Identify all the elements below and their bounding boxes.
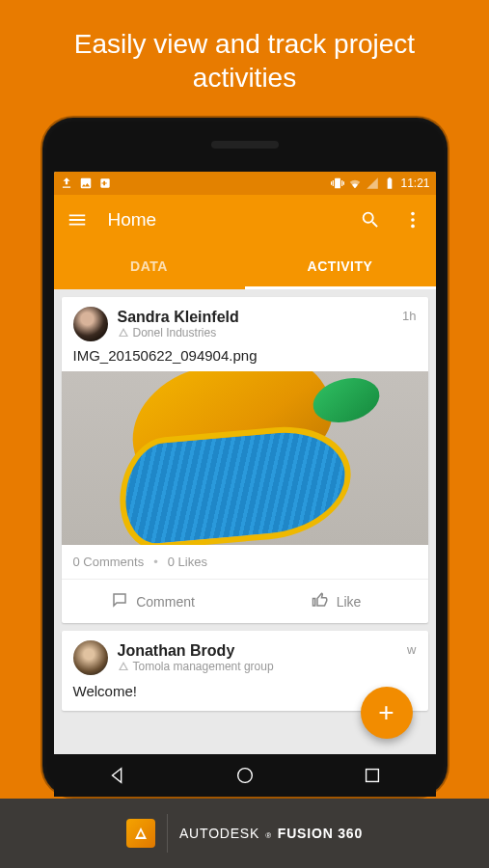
- device-frame: 11:21 Home DATA ACTIVITY: [42, 118, 448, 797]
- brand-text: AUTODESK® FUSION 360: [179, 826, 363, 841]
- brand-autodesk: AUTODESK: [179, 826, 259, 841]
- thumbs-up-icon: [312, 591, 329, 611]
- post-image[interactable]: [62, 371, 428, 545]
- svg-point-2: [411, 218, 415, 222]
- overflow-icon[interactable]: [401, 208, 424, 231]
- comment-button[interactable]: Comment: [62, 580, 245, 623]
- user-org: Tomola management group: [118, 660, 398, 673]
- app-notification-icon: [98, 176, 112, 190]
- activity-card[interactable]: Sandra Kleinfeld Donel Industries 1h IMG…: [62, 297, 428, 623]
- post-time: w: [407, 642, 416, 657]
- tab-bar: DATA ACTIVITY: [54, 245, 436, 289]
- like-button[interactable]: Like: [245, 580, 428, 623]
- comments-count: 0 Comments: [73, 555, 145, 569]
- user-org-label: Donel Industries: [133, 326, 217, 339]
- image-icon: [79, 176, 93, 190]
- post-meta: 0 Comments • 0 Likes: [62, 545, 428, 579]
- post-time: 1h: [402, 309, 416, 323]
- user-name: Sandra Kleinfeld: [118, 309, 394, 326]
- status-bar: 11:21: [54, 172, 436, 195]
- fab-add-button[interactable]: +: [361, 687, 413, 739]
- app-bar: Home: [54, 195, 436, 245]
- brand-logo-icon: [126, 819, 155, 848]
- promo-footer: AUTODESK® FUSION 360: [0, 799, 489, 868]
- avatar[interactable]: [73, 307, 108, 341]
- hamburger-icon[interactable]: [66, 208, 89, 231]
- android-nav-bar: [54, 754, 436, 797]
- like-label: Like: [337, 594, 362, 610]
- activity-feed[interactable]: Sandra Kleinfeld Donel Industries 1h IMG…: [54, 289, 436, 754]
- avatar[interactable]: [73, 640, 108, 675]
- brand-fusion: FUSION 360: [278, 826, 363, 841]
- device-screen: 11:21 Home DATA ACTIVITY: [54, 172, 436, 797]
- svg-rect-5: [366, 770, 378, 782]
- post-filename: IMG_20150622_094904.png: [62, 347, 428, 371]
- svg-point-4: [237, 769, 252, 783]
- vibrate-icon: [331, 176, 344, 190]
- comment-label: Comment: [136, 594, 195, 610]
- svg-point-3: [411, 225, 415, 229]
- tab-data[interactable]: DATA: [54, 245, 245, 289]
- user-org-label: Tomola management group: [133, 660, 274, 673]
- home-icon[interactable]: [234, 765, 256, 786]
- battery-icon: [383, 176, 396, 190]
- back-icon[interactable]: [107, 765, 128, 786]
- status-time: 11:21: [400, 176, 429, 190]
- org-icon: [118, 661, 129, 672]
- user-name: Jonathan Brody: [118, 642, 398, 660]
- likes-count: 0 Likes: [168, 555, 207, 569]
- promo-headline: Easily view and track project activities: [0, 0, 489, 112]
- comment-icon: [111, 591, 128, 611]
- wifi-icon: [348, 176, 362, 190]
- org-icon: [118, 327, 129, 339]
- signal-icon: [366, 176, 379, 190]
- svg-point-1: [411, 212, 415, 216]
- search-icon[interactable]: [359, 208, 382, 231]
- recents-icon[interactable]: [362, 765, 383, 786]
- upload-icon: [60, 176, 73, 190]
- page-title: Home: [108, 209, 340, 231]
- user-org: Donel Industries: [118, 326, 394, 339]
- tab-activity[interactable]: ACTIVITY: [245, 245, 436, 289]
